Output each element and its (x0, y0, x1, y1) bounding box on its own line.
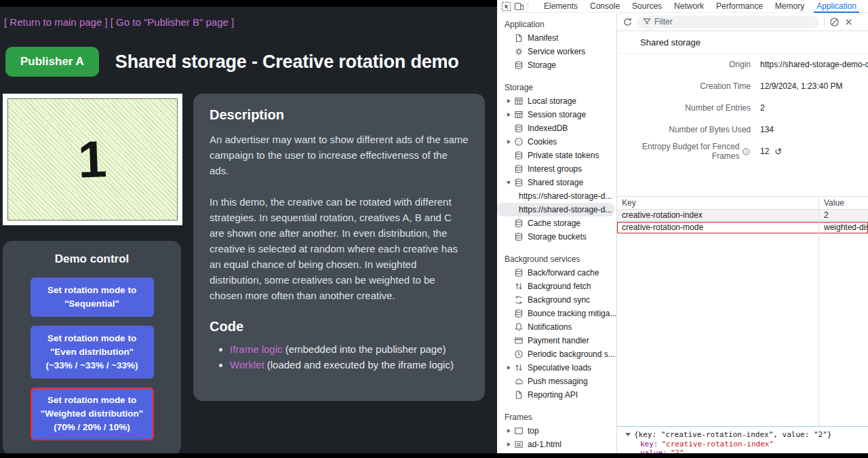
tree-item-notifications[interactable]: Notifications (497, 320, 616, 334)
metadata-row: Number of Entries 2 (617, 97, 868, 119)
table-row[interactable]: creative-rotation-index 2 (617, 210, 868, 222)
tab-memory[interactable]: Memory (769, 0, 810, 13)
tree-item-bounce-tracking[interactable]: Bounce tracking mitiga... (497, 307, 616, 320)
table-cell-value: 2 (818, 210, 868, 222)
tree-arrow-icon[interactable] (504, 424, 514, 438)
rotation-even-button[interactable]: Set rotation mode to "Even distribution"… (31, 326, 154, 379)
demo-buttons: Set rotation mode to "Sequential" Set ro… (31, 278, 154, 440)
tree-arrow-icon[interactable] (504, 388, 514, 402)
tree-item-storage[interactable]: Storage (497, 58, 616, 72)
tree-item-session-storage[interactable]: Session storage (497, 108, 616, 121)
metadata-value: 134 (760, 125, 774, 134)
tab-network[interactable]: Network (668, 0, 710, 13)
tree-arrow-icon[interactable] (504, 31, 514, 45)
info-icon[interactable] (742, 147, 751, 156)
tree-arrow-icon[interactable] (504, 121, 514, 135)
database-icon (514, 268, 524, 278)
tree-arrow-icon[interactable] (504, 162, 514, 176)
table-row[interactable]: creative-rotation-mode weighted-distribu… (617, 222, 868, 234)
tree-arrow-icon[interactable] (504, 94, 514, 108)
screen: [ Return to main page ] [ Go to "Publish… (0, 0, 868, 458)
tree-arrow-icon[interactable] (504, 375, 514, 388)
section-application[interactable]: Application (497, 18, 616, 31)
tree-item-speculative-loads[interactable]: Speculative loads (497, 361, 616, 375)
database-icon (514, 164, 524, 174)
inspect-element-icon[interactable] (501, 1, 511, 12)
tree-arrow-icon[interactable] (504, 280, 514, 293)
tab-application[interactable]: Application (810, 0, 863, 13)
tree-item-reporting-api[interactable]: Reporting API (497, 388, 616, 402)
tab-sources[interactable]: Sources (626, 0, 668, 13)
tree-item-service-workers[interactable]: Service workers (497, 45, 616, 58)
service-worker-icon (514, 47, 524, 56)
devtools-tab-bar: Elements Console Sources Network Perform… (497, 0, 868, 13)
tree-arrow-icon[interactable] (504, 293, 514, 307)
tree-arrow-icon[interactable] (504, 438, 514, 451)
tree-item-private-state-tokens[interactable]: Private state tokens (497, 149, 616, 162)
tree-item-shared-storage[interactable]: Shared storage (497, 176, 616, 189)
tree-item-label: Manifest (528, 33, 558, 43)
tree-arrow-icon[interactable] (504, 108, 514, 121)
tree-item-back-forward-cache[interactable]: Back/forward cache (497, 266, 616, 280)
tree-arrow-icon[interactable] (504, 45, 514, 58)
devtools-toolbar-icons (497, 1, 528, 12)
database-icon (514, 232, 524, 242)
tree-arrow-icon[interactable] (504, 230, 514, 244)
tree-item-manifest[interactable]: Manifest (497, 31, 616, 45)
tree-arrow-icon[interactable] (504, 334, 514, 347)
tree-item-shared-storage-origin-2[interactable]: https://shared-storage-d... (497, 203, 614, 216)
tree-item-cookies[interactable]: Cookies (497, 135, 616, 149)
ad-creative[interactable]: 1 (7, 98, 178, 221)
filter-input[interactable] (654, 17, 815, 26)
tree-arrow-icon[interactable] (504, 176, 514, 189)
tree-arrow-icon[interactable] (504, 149, 514, 162)
worklet-link[interactable]: Worklet (230, 359, 264, 370)
clear-all-icon[interactable] (829, 17, 840, 27)
device-toolbar-icon[interactable] (514, 1, 524, 12)
refresh-icon[interactable] (623, 17, 633, 27)
tree-item-payment-handler[interactable]: Payment handler (497, 334, 616, 347)
tree-arrow-icon[interactable] (504, 266, 514, 280)
tab-console[interactable]: Console (584, 0, 626, 13)
ad-creative-frame[interactable]: 1 (3, 94, 182, 225)
expand-triangle-icon[interactable] (625, 433, 631, 436)
tree-arrow-icon[interactable] (504, 347, 514, 361)
rotation-weighted-button[interactable]: Set rotation mode to "Weighted distribut… (31, 387, 154, 440)
tree-item-interest-groups[interactable]: Interest groups (497, 162, 616, 176)
section-frames[interactable]: Frames (497, 411, 616, 424)
tree-item-push-messaging[interactable]: Push messaging (497, 375, 616, 388)
frame-icon (514, 426, 524, 436)
tree-arrow-icon[interactable] (504, 216, 514, 230)
section-storage[interactable]: Storage (497, 81, 616, 94)
tree-arrow-icon[interactable] (504, 58, 514, 72)
return-main-link[interactable]: [ Return to main page ] (4, 16, 108, 28)
tree-item-label: IndexedDB (528, 123, 568, 133)
tree-item-frame-top[interactable]: top (497, 424, 616, 438)
publisher-b-link[interactable]: [ Go to "Publisher B" page ] (111, 16, 234, 28)
tree-item-local-storage[interactable]: Local storage (497, 94, 616, 108)
rotation-sequential-button[interactable]: Set rotation mode to "Sequential" (31, 278, 154, 317)
column-divider[interactable] (818, 197, 819, 426)
tree-item-cache-storage[interactable]: Cache storage (497, 216, 616, 230)
tree-item-background-sync[interactable]: Background sync (497, 293, 616, 307)
metadata-value: 2 (760, 103, 765, 113)
tree-item-storage-buckets[interactable]: Storage buckets (497, 230, 616, 244)
iframe-logic-link[interactable]: Iframe logic (230, 343, 283, 355)
delete-selected-icon[interactable] (844, 18, 853, 26)
tree-arrow-icon[interactable] (504, 361, 514, 375)
nav-links: [ Return to main page ] [ Go to "Publish… (4, 16, 497, 28)
tree-item-shared-storage-origin-1[interactable]: https://shared-storage-d... (497, 189, 616, 203)
tree-arrow-icon[interactable] (504, 135, 514, 149)
database-icon (514, 60, 524, 70)
tab-performance[interactable]: Performance (710, 0, 769, 13)
tab-elements[interactable]: Elements (538, 0, 584, 13)
tree-item-frame-ad1[interactable]: ad-1.html (497, 438, 616, 451)
tree-arrow-icon[interactable] (504, 320, 514, 334)
tree-arrow-icon[interactable] (504, 307, 514, 320)
tree-item-indexeddb[interactable]: IndexedDB (497, 121, 616, 135)
tree-item-periodic-background-sync[interactable]: Periodic background s... (497, 347, 616, 361)
cloud-icon (514, 377, 524, 386)
tree-item-background-fetch[interactable]: Background fetch (497, 280, 616, 293)
reset-budget-icon[interactable]: ↺ (774, 147, 782, 156)
section-background-services[interactable]: Background services (497, 252, 616, 266)
